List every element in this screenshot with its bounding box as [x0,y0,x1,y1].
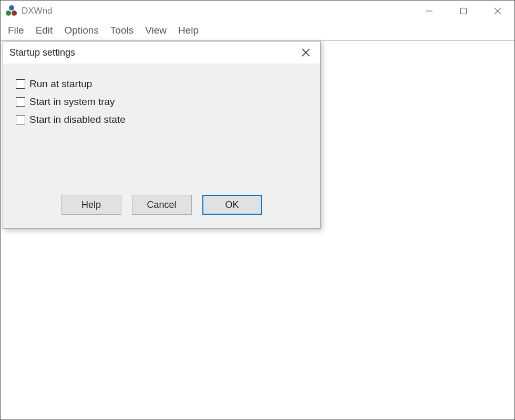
main-titlebar: DXWnd [1,1,514,22]
maximize-icon [460,7,467,15]
dialog-body: Run at startup Start in system tray Star… [3,64,320,228]
close-icon [302,48,310,57]
ok-button[interactable]: OK [202,195,262,215]
checkbox-start-in-system-tray[interactable]: Start in system tray [16,96,307,108]
menu-help[interactable]: Help [178,25,199,36]
checkbox-start-in-disabled-state[interactable]: Start in disabled state [16,114,307,125]
checkbox-icon[interactable] [16,115,25,124]
window-title: DXWnd [22,6,53,16]
menu-view[interactable]: View [145,25,167,36]
checkbox-label: Start in disabled state [29,114,126,125]
menu-tools[interactable]: Tools [110,25,133,36]
checkbox-icon[interactable] [16,97,25,107]
app-icon [6,5,17,17]
svg-rect-1 [460,8,466,14]
dialog-close-button[interactable] [295,41,317,64]
maximize-button[interactable] [446,1,480,22]
minimize-icon [426,7,433,15]
dialog-button-row: Help Cancel OK [16,184,307,222]
menu-file[interactable]: File [8,25,24,36]
menubar: File Edit Options Tools View Help [1,22,514,41]
checkbox-icon[interactable] [16,79,25,89]
startup-settings-dialog: Startup settings Run at startup Start in… [3,41,321,229]
dialog-title: Startup settings [9,47,295,58]
checkbox-run-at-startup[interactable]: Run at startup [16,78,307,90]
menu-edit[interactable]: Edit [36,25,53,36]
close-button[interactable] [480,1,514,22]
workarea: Startup settings Run at startup Start in… [1,41,514,417]
checkbox-label: Run at startup [29,78,92,90]
close-icon [494,7,501,15]
help-button[interactable]: Help [61,195,121,215]
checkbox-label: Start in system tray [29,96,115,108]
menu-options[interactable]: Options [64,25,98,36]
window-controls [412,1,514,22]
minimize-button[interactable] [412,1,446,22]
cancel-button[interactable]: Cancel [132,195,192,215]
dialog-titlebar[interactable]: Startup settings [3,41,320,64]
